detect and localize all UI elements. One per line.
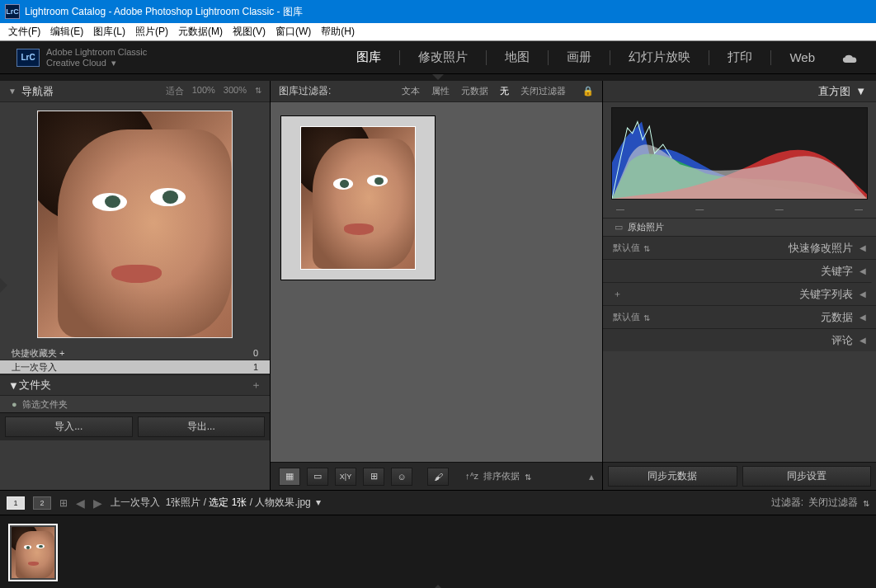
- histogram-title: 直方图: [818, 84, 850, 99]
- menu-metadata[interactable]: 元数据(M): [173, 25, 228, 39]
- metadata-preset[interactable]: 默认值: [613, 311, 650, 323]
- breadcrumb-filename: 人物效果.jpg: [255, 496, 310, 508]
- quick-dev-preset[interactable]: 默认值: [613, 242, 650, 254]
- zoom-300[interactable]: 300%: [224, 85, 247, 97]
- histogram-panel-header[interactable]: 直方图 ▼: [603, 81, 876, 102]
- app-icon: LrC: [5, 4, 20, 19]
- compare-view-icon[interactable]: X|Y: [335, 468, 356, 486]
- disclosure-icon: ◀: [860, 336, 866, 345]
- folders-filter-row[interactable]: ● 筛选文件夹: [0, 396, 270, 412]
- toolbar-disclosure-icon[interactable]: ▴: [589, 471, 594, 482]
- sync-buttons-bar: 同步元数据 同步设置: [603, 462, 876, 490]
- left-panel-handle[interactable]: [0, 278, 7, 293]
- filmstrip-breadcrumb[interactable]: 上一次导入 1张照片 / 选定 1张 / 人物效果.jpg ▾: [111, 496, 321, 510]
- filmstrip-filter[interactable]: 过滤器: 关闭过滤器: [771, 496, 869, 510]
- module-web[interactable]: Web: [789, 49, 815, 66]
- metadata-panel-header[interactable]: 默认值 元数据 ◀: [603, 305, 876, 328]
- cloud-sync-icon[interactable]: [841, 52, 860, 64]
- menu-help[interactable]: 帮助(H): [316, 25, 360, 39]
- menu-library[interactable]: 图库(L): [88, 25, 130, 39]
- sort-arrows-icon: ↑ᴬz: [465, 471, 478, 482]
- filter-close[interactable]: 关闭过滤器: [520, 85, 566, 97]
- filter-attribute[interactable]: 属性: [431, 85, 450, 97]
- sort-control[interactable]: ↑ᴬz 排序依据: [465, 470, 531, 482]
- sync-metadata-button[interactable]: 同步元数据: [608, 466, 737, 487]
- loupe-view-icon[interactable]: ▭: [307, 468, 328, 486]
- filmstrip-filter-value: 关闭过滤器: [808, 496, 858, 510]
- navigator-panel-header[interactable]: ▼ 导航器 适合 100% 300%: [0, 81, 270, 102]
- right-panel-handle[interactable]: [869, 278, 876, 293]
- menu-file[interactable]: 文件(F): [3, 25, 45, 39]
- survey-view-icon[interactable]: ⊞: [363, 468, 384, 486]
- menu-view[interactable]: 视图(V): [228, 25, 271, 39]
- second-window-icon[interactable]: 2: [33, 496, 51, 510]
- painter-tool-icon[interactable]: 🖌: [427, 468, 449, 486]
- filter-stepper-icon[interactable]: [863, 497, 869, 509]
- right-panel-group: 直方图 ▼ — — — — ▭ 原始照片 默认值 快速修改照片: [602, 81, 876, 490]
- filmstrip-thumbnail[interactable]: [8, 524, 58, 581]
- folders-panel-header[interactable]: ▼ 文件夹 ＋: [0, 374, 270, 396]
- module-develop[interactable]: 修改照片: [418, 48, 468, 67]
- module-map[interactable]: 地图: [505, 48, 530, 67]
- export-button[interactable]: 导出...: [138, 416, 266, 437]
- add-folder-icon[interactable]: ＋: [251, 378, 261, 393]
- sync-settings-button[interactable]: 同步设置: [742, 466, 872, 487]
- nav-back-icon[interactable]: ◀: [76, 496, 85, 510]
- filmstrip[interactable]: [0, 515, 876, 585]
- filter-metadata[interactable]: 元数据: [461, 85, 488, 97]
- comments-title: 评论: [831, 333, 853, 348]
- folders-title: 文件夹: [19, 378, 51, 393]
- menu-photo[interactable]: 照片(P): [130, 25, 173, 39]
- module-print[interactable]: 打印: [728, 48, 752, 67]
- quick-collection-row[interactable]: 快捷收藏夹 + 0: [0, 346, 270, 360]
- filter-lock-icon[interactable]: 🔒: [582, 86, 594, 96]
- thumbnail-image: [300, 126, 416, 270]
- top-panel-handle[interactable]: [0, 74, 876, 81]
- zoom-fit[interactable]: 适合: [166, 85, 184, 97]
- navigator-preview[interactable]: [0, 102, 270, 346]
- navigator-title: 导航器: [21, 84, 54, 99]
- grid-view-icon[interactable]: ▦: [279, 468, 300, 486]
- sort-stepper-icon[interactable]: [525, 472, 531, 482]
- people-view-icon[interactable]: ☺: [391, 468, 412, 486]
- keyword-list-panel-header[interactable]: ＋ 关键字列表 ◀: [603, 282, 876, 305]
- lrc-badge-icon: LrC: [16, 49, 40, 67]
- last-import-row[interactable]: 上一次导入 1: [0, 360, 270, 374]
- hist-aperture: —: [775, 205, 784, 218]
- module-library[interactable]: 图库: [356, 48, 381, 67]
- search-icon: ●: [12, 399, 17, 409]
- thumbnail-cell[interactable]: [280, 115, 436, 280]
- sort-label: 排序依据: [483, 470, 520, 482]
- filter-none[interactable]: 无: [500, 85, 509, 97]
- quick-collection-label: 快捷收藏夹 +: [12, 347, 64, 360]
- zoom-100[interactable]: 100%: [192, 85, 215, 97]
- main-window-icon[interactable]: 1: [7, 496, 25, 510]
- comments-panel-header[interactable]: 评论 ◀: [603, 328, 876, 351]
- quick-develop-panel-header[interactable]: 默认值 快速修改照片 ◀: [603, 236, 876, 259]
- zoom-stepper-icon[interactable]: [255, 85, 261, 97]
- thumbnail-grid[interactable]: [271, 102, 602, 462]
- histogram-display[interactable]: [611, 107, 868, 200]
- menu-bar: 文件(F) 编辑(E) 图库(L) 照片(P) 元数据(M) 视图(V) 窗口(…: [0, 23, 876, 41]
- menu-window[interactable]: 窗口(W): [271, 25, 316, 39]
- menu-edit[interactable]: 编辑(E): [45, 25, 88, 39]
- nav-forward-icon[interactable]: ▶: [93, 496, 102, 510]
- bottom-panel-handle[interactable]: [0, 585, 876, 588]
- disclosure-icon: ◀: [860, 289, 866, 299]
- filmstrip-grid-icon[interactable]: ⊞: [59, 497, 68, 509]
- last-import-label: 上一次导入: [12, 361, 57, 374]
- title-bar: LrC Lightroom Catalog - Adobe Photoshop …: [0, 0, 876, 23]
- disclosure-icon: ◀: [860, 266, 866, 275]
- module-book[interactable]: 画册: [567, 48, 591, 67]
- import-export-bar: 导入... 导出...: [0, 412, 270, 440]
- collections-list: 快捷收藏夹 + 0 上一次导入 1: [0, 346, 270, 374]
- breadcrumb-count: 1张照片 /: [166, 496, 206, 508]
- keyword-list-add[interactable]: ＋: [613, 288, 622, 300]
- filter-label: 图库过滤器:: [279, 84, 331, 98]
- keywords-panel-header[interactable]: 关键字 ◀: [603, 259, 876, 282]
- module-slideshow[interactable]: 幻灯片放映: [629, 48, 690, 67]
- quick-develop-title: 快速修改照片: [789, 241, 853, 256]
- filmstrip-filter-label: 过滤器:: [771, 496, 803, 510]
- filter-text[interactable]: 文本: [402, 85, 420, 97]
- import-button[interactable]: 导入...: [5, 416, 133, 437]
